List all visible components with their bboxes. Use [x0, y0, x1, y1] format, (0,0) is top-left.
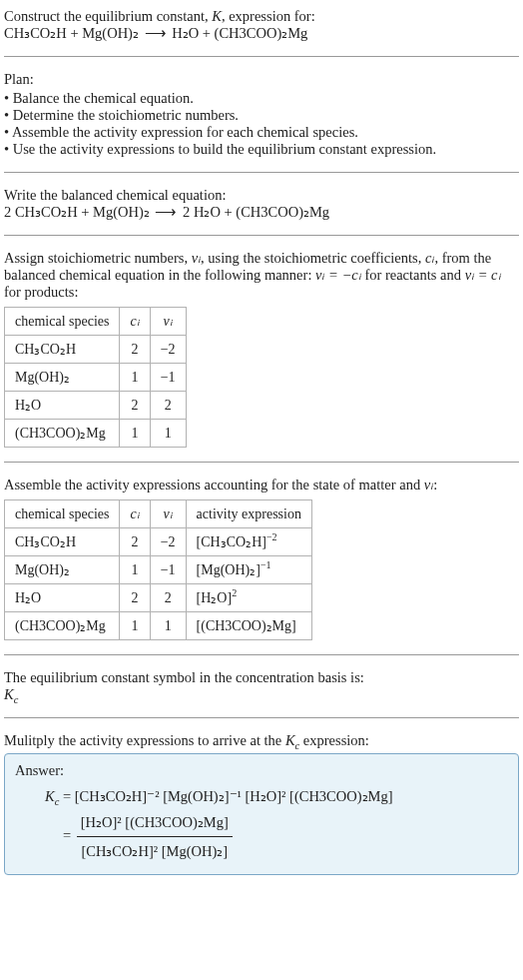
plan-item: • Balance the chemical equation.: [4, 90, 519, 107]
divider: [4, 462, 519, 463]
balanced-block: Write the balanced chemical equation: 2 …: [4, 187, 519, 221]
th-ci: cᵢ: [120, 308, 150, 336]
arrow-icon: ⟶: [143, 25, 169, 41]
cell-activity: [(CH3COO)₂Mg]: [186, 612, 311, 640]
table-row: H₂O 2 2: [5, 392, 187, 420]
cell-nui: −2: [150, 528, 186, 556]
answer-label: Answer:: [15, 762, 508, 779]
plan-list: • Balance the chemical equation. • Deter…: [4, 90, 519, 158]
cell-nui: −2: [150, 336, 186, 364]
cell-nui: −1: [150, 556, 186, 584]
cell-nui: 1: [150, 612, 186, 640]
cell-species: Mg(OH)₂: [5, 556, 120, 584]
intro-equation: CH₃CO₂H + Mg(OH)₂ ⟶ H₂O + (CH3COO)₂Mg: [4, 25, 307, 41]
stoich-block: Assign stoichiometric numbers, νᵢ, using…: [4, 250, 519, 448]
cell-nui: 2: [150, 584, 186, 612]
kc-eq2-prefix: =: [59, 827, 74, 843]
act-exp: 2: [232, 587, 237, 598]
table-row: Mg(OH)₂ 1 −1: [5, 364, 187, 392]
act-exp: −1: [261, 559, 271, 570]
cell-species: H₂O: [5, 392, 120, 420]
cell-ci: 1: [120, 612, 150, 640]
stoich-text: for reactants and: [361, 267, 465, 283]
cell-activity: [CH₃CO₂H]−2: [186, 528, 311, 556]
kc-sub: c: [14, 694, 19, 705]
intro-eq-lhs: CH₃CO₂H + Mg(OH)₂: [4, 25, 139, 41]
cell-ci: 1: [120, 420, 150, 448]
kc-denominator: [CH₃CO₂H]² [Mg(OH)₂]: [77, 837, 233, 864]
assemble-title-b: :: [433, 477, 437, 492]
kc-letter: K: [285, 732, 295, 748]
divider: [4, 654, 519, 655]
cell-nui: 1: [150, 420, 186, 448]
table-row: CH₃CO₂H 2 −2 [CH₃CO₂H]−2: [5, 528, 312, 556]
plan-block: Plan: • Balance the chemical equation. •…: [4, 71, 519, 158]
table-row: (CH3COO)₂Mg 1 1: [5, 420, 187, 448]
assemble-block: Assemble the activity expressions accoun…: [4, 477, 519, 640]
kc-letter: K: [45, 788, 55, 804]
table-header-row: chemical species cᵢ νᵢ activity expressi…: [5, 500, 312, 528]
cell-ci: 2: [120, 584, 150, 612]
table-row: H₂O 2 2 [H₂O]2: [5, 584, 312, 612]
arrow-icon: ⟶: [153, 204, 179, 220]
th-species: chemical species: [5, 500, 120, 528]
kc-eq1: = [CH₃CO₂H]⁻² [Mg(OH)₂]⁻¹ [H₂O]² [(CH3CO…: [59, 788, 392, 804]
kc-symbol: Kc: [4, 686, 519, 703]
cell-nui: −1: [150, 364, 186, 392]
divider: [4, 172, 519, 173]
cell-species: Mg(OH)₂: [5, 364, 120, 392]
th-species: chemical species: [5, 308, 120, 336]
plan-item: • Use the activity expressions to build …: [4, 141, 519, 158]
kc-fraction: [H₂O]² [(CH3COO)₂Mg] [CH₃CO₂H]² [Mg(OH)₂…: [77, 809, 233, 864]
cell-activity: [Mg(OH)₂]−1: [186, 556, 311, 584]
cell-ci: 1: [120, 364, 150, 392]
table-header-row: chemical species cᵢ νᵢ: [5, 308, 187, 336]
table-row: (CH3COO)₂Mg 1 1 [(CH3COO)₂Mg]: [5, 612, 312, 640]
balanced-equation: 2 CH₃CO₂H + Mg(OH)₂ ⟶ 2 H₂O + (CH3COO)₂M…: [4, 204, 329, 220]
act-exp: −2: [266, 531, 277, 542]
intro-text-1b: , expression for:: [222, 8, 315, 24]
multiply-text-a: Mulitply the activity expressions to arr…: [4, 732, 285, 748]
cell-species: CH₃CO₂H: [5, 336, 120, 364]
act-base: [CH₃CO₂H]: [197, 534, 266, 549]
multiply-text-b: expression:: [299, 732, 369, 748]
plan-title: Plan:: [4, 71, 519, 88]
cell-ci: 2: [120, 392, 150, 420]
cell-activity: [H₂O]2: [186, 584, 311, 612]
intro-eq-rhs: H₂O + (CH3COO)₂Mg: [172, 25, 307, 41]
basis-line: The equilibrium constant symbol in the c…: [4, 669, 519, 686]
stoich-text: , using the stoichiometric coefficients,: [201, 250, 425, 266]
nu-i: νᵢ: [424, 477, 433, 492]
act-base: [Mg(OH)₂]: [197, 562, 261, 577]
multiply-block: Mulitply the activity expressions to arr…: [4, 732, 519, 875]
stoich-text: for products:: [4, 284, 79, 300]
cell-species: (CH3COO)₂Mg: [5, 420, 120, 448]
th-activity: activity expression: [186, 500, 311, 528]
activity-table: chemical species cᵢ νᵢ activity expressi…: [4, 499, 312, 640]
cell-species: H₂O: [5, 584, 120, 612]
nu-i: νᵢ: [192, 250, 201, 266]
act-base: [(CH3COO)₂Mg]: [197, 618, 296, 633]
rule-1: νᵢ = −cᵢ: [315, 267, 361, 283]
balanced-rhs: 2 H₂O + (CH3COO)₂Mg: [183, 204, 329, 220]
answer-box: Answer: Kc = [CH₃CO₂H]⁻² [Mg(OH)₂]⁻¹ [H₂…: [4, 753, 519, 875]
act-base: [H₂O]: [197, 590, 233, 605]
stoich-text: Assign stoichiometric numbers,: [4, 250, 192, 266]
table-row: CH₃CO₂H 2 −2: [5, 336, 187, 364]
cell-ci: 1: [120, 556, 150, 584]
balanced-lhs: 2 CH₃CO₂H + Mg(OH)₂: [4, 204, 150, 220]
th-ci: cᵢ: [120, 500, 150, 528]
cell-species: CH₃CO₂H: [5, 528, 120, 556]
divider: [4, 235, 519, 236]
plan-item: • Assemble the activity expression for e…: [4, 124, 519, 141]
cell-nui: 2: [150, 392, 186, 420]
assemble-title-a: Assemble the activity expressions accoun…: [4, 477, 424, 492]
kc-expression: Kc = [CH₃CO₂H]⁻² [Mg(OH)₂]⁻¹ [H₂O]² [(CH…: [45, 783, 508, 864]
rule-2: νᵢ = cᵢ: [465, 267, 501, 283]
intro-K: K: [212, 8, 222, 24]
divider: [4, 56, 519, 57]
cell-species: (CH3COO)₂Mg: [5, 612, 120, 640]
stoich-table: chemical species cᵢ νᵢ CH₃CO₂H 2 −2 Mg(O…: [4, 307, 187, 448]
cell-ci: 2: [120, 336, 150, 364]
table-row: Mg(OH)₂ 1 −1 [Mg(OH)₂]−1: [5, 556, 312, 584]
